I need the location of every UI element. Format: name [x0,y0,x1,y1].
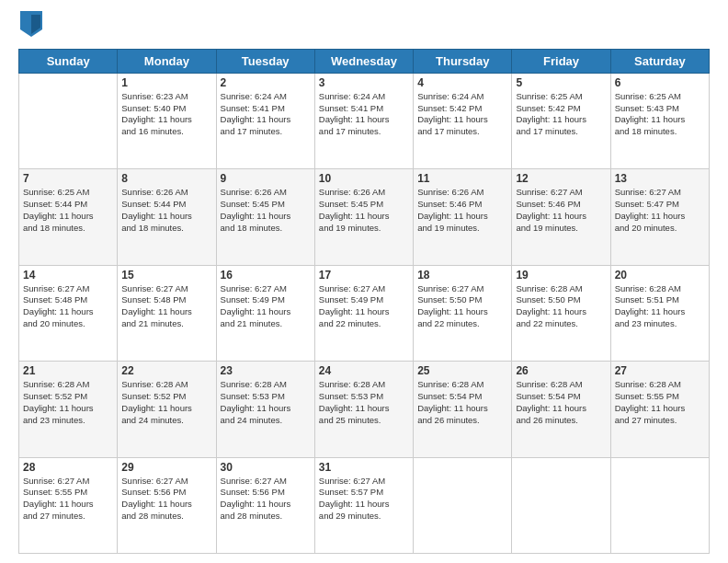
day-info: Sunrise: 6:27 AM Sunset: 5:49 PM Dayligh… [319,283,409,330]
calendar-cell: 3Sunrise: 6:24 AM Sunset: 5:41 PM Daylig… [314,73,413,168]
calendar-cell: 9Sunrise: 6:26 AM Sunset: 5:45 PM Daylig… [216,169,314,265]
day-info: Sunrise: 6:24 AM Sunset: 5:42 PM Dayligh… [417,91,507,138]
calendar-cell: 23Sunrise: 6:28 AM Sunset: 5:53 PM Dayli… [216,362,314,457]
day-info: Sunrise: 6:27 AM Sunset: 5:48 PM Dayligh… [121,283,211,330]
day-info: Sunrise: 6:28 AM Sunset: 5:54 PM Dayligh… [516,379,606,426]
day-number: 6 [615,76,705,89]
day-number: 17 [319,269,409,282]
calendar: SundayMondayTuesdayWednesdayThursdayFrid… [18,49,710,554]
calendar-cell: 30Sunrise: 6:27 AM Sunset: 5:56 PM Dayli… [216,457,314,553]
calendar-cell: 2Sunrise: 6:24 AM Sunset: 5:41 PM Daylig… [216,73,314,168]
day-header-thursday: Thursday [414,49,512,73]
calendar-cell: 24Sunrise: 6:28 AM Sunset: 5:53 PM Dayli… [314,362,413,457]
day-number: 10 [319,172,409,185]
calendar-week-5: 28Sunrise: 6:27 AM Sunset: 5:55 PM Dayli… [19,457,710,553]
day-number: 26 [516,364,606,377]
day-header-monday: Monday [118,49,216,73]
day-info: Sunrise: 6:26 AM Sunset: 5:45 PM Dayligh… [221,187,311,234]
day-number: 9 [221,172,311,185]
calendar-cell: 4Sunrise: 6:24 AM Sunset: 5:42 PM Daylig… [414,73,512,168]
day-info: Sunrise: 6:28 AM Sunset: 5:50 PM Dayligh… [516,283,606,330]
day-info: Sunrise: 6:27 AM Sunset: 5:56 PM Dayligh… [121,476,211,523]
logo-line1 [18,15,42,41]
calendar-cell: 11Sunrise: 6:26 AM Sunset: 5:46 PM Dayli… [414,169,512,265]
calendar-week-2: 7Sunrise: 6:25 AM Sunset: 5:44 PM Daylig… [19,169,710,265]
day-header-friday: Friday [512,49,610,73]
calendar-cell: 18Sunrise: 6:27 AM Sunset: 5:50 PM Dayli… [414,265,512,361]
logo-text-block [18,15,42,41]
day-number: 15 [121,269,211,282]
calendar-week-3: 14Sunrise: 6:27 AM Sunset: 5:48 PM Dayli… [19,265,710,361]
day-number: 16 [221,269,311,282]
calendar-cell: 25Sunrise: 6:28 AM Sunset: 5:54 PM Dayli… [414,362,512,457]
calendar-cell: 13Sunrise: 6:27 AM Sunset: 5:47 PM Dayli… [610,169,709,265]
day-header-wednesday: Wednesday [314,49,413,73]
calendar-cell: 5Sunrise: 6:25 AM Sunset: 5:42 PM Daylig… [512,73,610,168]
day-info: Sunrise: 6:28 AM Sunset: 5:55 PM Dayligh… [615,379,705,426]
day-number: 24 [319,364,409,377]
day-info: Sunrise: 6:27 AM Sunset: 5:55 PM Dayligh… [23,476,113,523]
calendar-cell: 31Sunrise: 6:27 AM Sunset: 5:57 PM Dayli… [314,457,413,553]
calendar-cell [19,73,118,168]
day-number: 29 [121,461,211,474]
calendar-cell: 12Sunrise: 6:27 AM Sunset: 5:46 PM Dayli… [512,169,610,265]
day-header-sunday: Sunday [19,49,118,73]
day-number: 23 [221,364,311,377]
day-number: 13 [615,172,705,185]
day-number: 18 [417,269,507,282]
calendar-cell: 15Sunrise: 6:27 AM Sunset: 5:48 PM Dayli… [118,265,216,361]
day-info: Sunrise: 6:25 AM Sunset: 5:42 PM Dayligh… [516,91,606,138]
day-info: Sunrise: 6:28 AM Sunset: 5:51 PM Dayligh… [615,283,705,330]
day-info: Sunrise: 6:26 AM Sunset: 5:44 PM Dayligh… [121,187,211,234]
calendar-cell: 14Sunrise: 6:27 AM Sunset: 5:48 PM Dayli… [19,265,118,361]
calendar-cell: 16Sunrise: 6:27 AM Sunset: 5:49 PM Dayli… [216,265,314,361]
day-number: 7 [23,172,113,185]
day-info: Sunrise: 6:28 AM Sunset: 5:53 PM Dayligh… [319,379,409,426]
calendar-header-row: SundayMondayTuesdayWednesdayThursdayFrid… [19,49,710,73]
day-info: Sunrise: 6:24 AM Sunset: 5:41 PM Dayligh… [319,91,409,138]
calendar-cell: 27Sunrise: 6:28 AM Sunset: 5:55 PM Dayli… [610,362,709,457]
calendar-cell [512,457,610,553]
day-info: Sunrise: 6:26 AM Sunset: 5:45 PM Dayligh… [319,187,409,234]
logo [18,15,42,41]
calendar-cell: 21Sunrise: 6:28 AM Sunset: 5:52 PM Dayli… [19,362,118,457]
calendar-cell: 19Sunrise: 6:28 AM Sunset: 5:50 PM Dayli… [512,265,610,361]
day-number: 11 [417,172,507,185]
day-number: 22 [121,364,211,377]
calendar-cell: 28Sunrise: 6:27 AM Sunset: 5:55 PM Dayli… [19,457,118,553]
day-header-saturday: Saturday [610,49,709,73]
day-number: 3 [319,76,409,89]
calendar-cell: 10Sunrise: 6:26 AM Sunset: 5:45 PM Dayli… [314,169,413,265]
day-number: 27 [615,364,705,377]
day-number: 28 [23,461,113,474]
calendar-cell: 26Sunrise: 6:28 AM Sunset: 5:54 PM Dayli… [512,362,610,457]
calendar-week-1: 1Sunrise: 6:23 AM Sunset: 5:40 PM Daylig… [19,73,710,168]
day-number: 2 [221,76,311,89]
calendar-cell [414,457,512,553]
day-info: Sunrise: 6:27 AM Sunset: 5:49 PM Dayligh… [221,283,311,330]
day-number: 21 [23,364,113,377]
calendar-cell: 7Sunrise: 6:25 AM Sunset: 5:44 PM Daylig… [19,169,118,265]
header [18,15,710,41]
day-number: 20 [615,269,705,282]
day-number: 1 [121,76,211,89]
calendar-cell: 22Sunrise: 6:28 AM Sunset: 5:52 PM Dayli… [118,362,216,457]
day-header-tuesday: Tuesday [216,49,314,73]
day-number: 5 [516,76,606,89]
day-number: 14 [23,269,113,282]
day-number: 19 [516,269,606,282]
day-info: Sunrise: 6:27 AM Sunset: 5:56 PM Dayligh… [221,476,311,523]
page: SundayMondayTuesdayWednesdayThursdayFrid… [0,0,728,563]
calendar-cell: 20Sunrise: 6:28 AM Sunset: 5:51 PM Dayli… [610,265,709,361]
day-info: Sunrise: 6:23 AM Sunset: 5:40 PM Dayligh… [121,91,211,138]
day-number: 4 [417,76,507,89]
day-number: 31 [319,461,409,474]
calendar-cell: 6Sunrise: 6:25 AM Sunset: 5:43 PM Daylig… [610,73,709,168]
day-number: 8 [121,172,211,185]
day-info: Sunrise: 6:27 AM Sunset: 5:57 PM Dayligh… [319,476,409,523]
day-info: Sunrise: 6:24 AM Sunset: 5:41 PM Dayligh… [221,91,311,138]
calendar-cell: 8Sunrise: 6:26 AM Sunset: 5:44 PM Daylig… [118,169,216,265]
day-number: 30 [221,461,311,474]
day-info: Sunrise: 6:27 AM Sunset: 5:50 PM Dayligh… [417,283,507,330]
calendar-cell: 17Sunrise: 6:27 AM Sunset: 5:49 PM Dayli… [314,265,413,361]
